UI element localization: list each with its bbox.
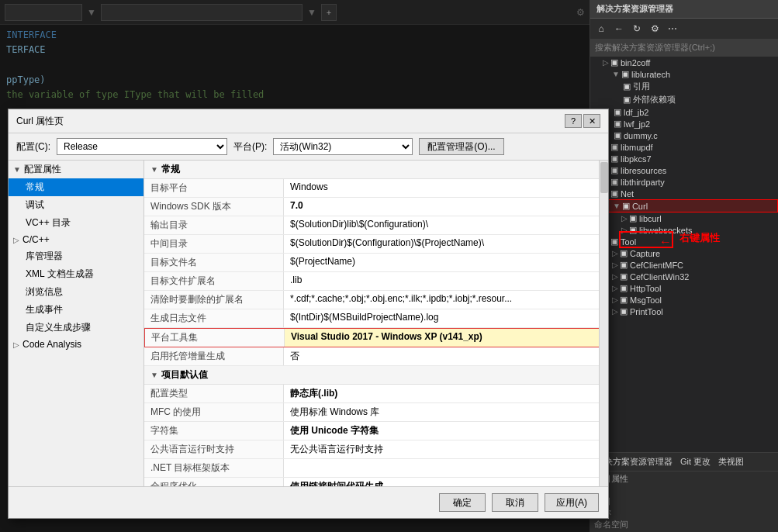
- dialog-config-row: 配置(C): Release 平台(P): 活动(Win32) 配置管理器(O)…: [9, 133, 608, 161]
- prop-platform-toolset: 平台工具集 Visual Studio 2017 - Windows XP (v…: [144, 328, 608, 347]
- tree-item-printtool[interactable]: ▷▣PrintTool: [590, 306, 778, 317]
- dialog-help-btn[interactable]: ?: [565, 114, 582, 128]
- prop-managed-incr: 启用托管增量生成 否: [144, 347, 608, 366]
- solution-bottom: 解决方案资源管理器 Git 更改 类视图 项目属性 🔧 项目 名称 命名空间: [590, 452, 778, 532]
- prop-name-clean: 清除时要删除的扩展名: [144, 291, 284, 309]
- prop-val-dotnet: [284, 459, 608, 477]
- prop-target-ext: 目标文件扩展名 .lib: [144, 272, 608, 291]
- prop-charset: 字符集 使用 Unicode 字符集: [144, 422, 608, 440]
- solution-tree: ▷▣bin2coff▼▣libluratech▣引用▣外部依赖项▣ldf_jb2…: [590, 57, 778, 496]
- prop-val-targetname: $(ProjectName): [284, 254, 608, 271]
- solution-explorer-title: 解决方案资源管理器: [590, 0, 778, 19]
- tree-item-libpkcs7[interactable]: ▷▣libpkcs7: [590, 153, 778, 164]
- prop-sdk-version: Windows SDK 版本 7.0: [144, 198, 608, 216]
- tree-item-bin2coff[interactable]: ▷▣bin2coff: [590, 57, 778, 68]
- tree-item-curl[interactable]: ▼▣Curl: [590, 199, 778, 212]
- right-defaults-header[interactable]: ▼ 项目默认值: [144, 366, 608, 385]
- tree-item-cefclientmfc[interactable]: ▷▣CefClientMFC: [590, 259, 778, 271]
- prop-name-configtype: 配置类型: [144, 385, 284, 402]
- dialog-title-buttons: ? ✕: [565, 114, 600, 128]
- cancel-button[interactable]: 取消: [492, 493, 538, 512]
- general-arrow-icon: ▼: [150, 165, 158, 174]
- left-item-xml[interactable]: XML 文档生成器: [9, 265, 143, 283]
- right-general-header[interactable]: ▼ 常规: [144, 161, 608, 179]
- left-item-events[interactable]: 生成事件: [9, 301, 143, 319]
- tree-item-label: dummy.c: [624, 131, 658, 140]
- tree-item-libluratech[interactable]: ▼▣libluratech: [590, 68, 778, 80]
- left-item-browse[interactable]: 浏览信息: [9, 283, 143, 301]
- scrollbar-thumb: [600, 162, 608, 193]
- tree-item-libmupdf[interactable]: ▷▣libmupdf: [590, 141, 778, 153]
- tree-item-net[interactable]: ▷▣Net: [590, 188, 778, 199]
- tree-folder-icon: ▣: [610, 57, 618, 67]
- right-scrollbar[interactable]: [599, 161, 608, 486]
- tree-item-httptool[interactable]: ▷▣HttpTool: [590, 282, 778, 294]
- tree-item-libthirdparty[interactable]: ▷▣libthirdparty: [590, 176, 778, 188]
- tree-arrow-icon: ▷: [621, 214, 628, 223]
- tree-item-label: 引用: [633, 81, 650, 92]
- config-section-label: 配置属性: [24, 163, 61, 176]
- config-manager-btn[interactable]: 配置管理器(O)...: [419, 138, 503, 155]
- tree-item-外部依赖项[interactable]: ▣外部依赖项: [590, 93, 778, 106]
- tree-item-cefclientwin32[interactable]: ▷▣CefClientWin32: [590, 271, 778, 282]
- tree-item-capture[interactable]: ▷▣Capture: [590, 247, 778, 259]
- config-select[interactable]: Release: [57, 138, 227, 155]
- tree-item-msgtool[interactable]: ▷▣MsgTool: [590, 294, 778, 306]
- prop-name-wpo: 全程序优化: [144, 478, 284, 486]
- tree-item-label: 外部依赖项: [633, 94, 676, 105]
- ok-button[interactable]: 确定: [439, 493, 486, 512]
- left-codeanalysis-section[interactable]: ▷ Code Analysis: [9, 337, 143, 352]
- prop-name-ext: 目标文件扩展名: [144, 272, 284, 290]
- sol-back-btn[interactable]: ←: [611, 21, 627, 36]
- apply-button[interactable]: 应用(A): [545, 493, 599, 512]
- sol-refresh-btn[interactable]: ↻: [629, 21, 645, 36]
- tree-item-libwebsockets[interactable]: ▷▣libwebsockets: [590, 224, 778, 236]
- tree-arrow-icon: ▷: [612, 272, 618, 281]
- sol-home-btn[interactable]: ⌂: [593, 21, 609, 36]
- left-item-debug[interactable]: 调试: [9, 196, 143, 214]
- tree-arrow-icon: ▼: [612, 70, 620, 78]
- sol-tab-class[interactable]: 类视图: [715, 454, 747, 469]
- defaults-section-label: 项目默认值: [161, 368, 208, 382]
- tree-item-引用[interactable]: ▣引用: [590, 80, 778, 93]
- tree-item-dummy.c[interactable]: ▣dummy.c: [590, 130, 778, 141]
- tree-item-label: HttpTool: [630, 284, 661, 293]
- tree-item-libcurl[interactable]: ▷▣libcurl: [590, 212, 778, 224]
- tree-item-label: libmupdf: [621, 143, 653, 152]
- defaults-arrow-icon: ▼: [150, 371, 158, 379]
- tree-folder-icon: ▣: [614, 119, 621, 129]
- sol-tab-git[interactable]: Git 更改: [677, 454, 714, 469]
- tree-folder-icon: ▣: [614, 130, 621, 140]
- tree-item-libresources[interactable]: ▷▣libresources: [590, 164, 778, 176]
- sol-more-btn[interactable]: ⋯: [665, 21, 680, 36]
- prop-inter-dir: 中间目录 $(SolutionDir)$(Configuration)\$(Pr…: [144, 235, 608, 254]
- prop-val-log: $(IntDir)$(MSBuildProjectName).log: [284, 309, 608, 327]
- dialog-footer: 确定 取消 应用(A): [9, 486, 608, 518]
- tree-item-label: libpkcs7: [621, 154, 652, 164]
- sol-settings-btn[interactable]: ⚙: [647, 21, 662, 36]
- tree-item-lwf_jp2[interactable]: ▣lwf_jp2: [590, 118, 778, 130]
- tree-arrow-icon: ▷: [612, 249, 618, 257]
- tree-arrow-icon: ▷: [603, 58, 609, 67]
- tree-item-label: libresources: [621, 166, 666, 175]
- tree-item-tool[interactable]: ▷▣Tool: [590, 236, 778, 247]
- left-item-libmanager[interactable]: 库管理器: [9, 247, 143, 265]
- left-item-general[interactable]: 常规: [9, 178, 143, 196]
- tree-item-label: CefClientWin32: [630, 272, 689, 282]
- tree-item-label: libcurl: [639, 214, 662, 223]
- properties-dialog: Curl 属性页 ? ✕ 配置(C): Release 平台(P): 活动(Wi…: [8, 109, 609, 519]
- left-config-section[interactable]: ▼ 配置属性: [9, 161, 143, 178]
- sol-ns-label: 命名空间: [594, 519, 773, 530]
- tree-folder-icon: ▣: [623, 81, 631, 92]
- tree-folder-icon: ▣: [629, 225, 637, 235]
- dialog-close-btn[interactable]: ✕: [583, 114, 600, 128]
- tree-folder-icon: ▣: [614, 107, 621, 117]
- left-item-custom[interactable]: 自定义生成步骤: [9, 319, 143, 337]
- tree-item-ldf_jb2[interactable]: ▣ldf_jb2: [590, 106, 778, 118]
- prop-target-name: 目标文件名 $(ProjectName): [144, 254, 608, 272]
- platform-select[interactable]: 活动(Win32): [273, 138, 413, 155]
- tree-folder-icon: ▣: [610, 142, 618, 152]
- left-item-vc[interactable]: VC++ 目录: [9, 214, 143, 232]
- tree-folder-icon: ▣: [620, 260, 628, 270]
- left-cpp-section[interactable]: ▷ C/C++: [9, 232, 143, 247]
